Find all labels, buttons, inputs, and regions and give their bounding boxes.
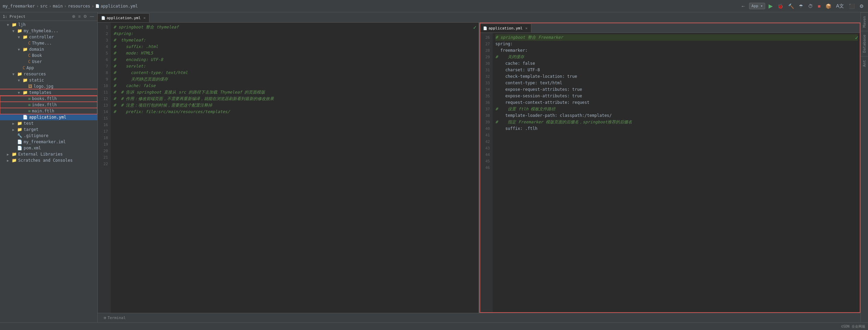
expand-arrow: ▶ [12,122,17,125]
breadcrumb-project[interactable]: my_freemarker [3,4,35,9]
debug-button[interactable]: 🐞 [776,3,785,10]
tree-item-resources[interactable]: ▼ 📁 resources [0,71,97,77]
left-editor-pane: 1 2 3 4 5 6 7 8 9 10 11 12 13 14 [98,23,479,313]
code-line: # 设置 ftlh 模板文件路径 [495,106,858,112]
status-bar: ©SDN 全金网服 [0,322,868,330]
tree-item-static[interactable]: ▼ 📁 static [0,77,97,83]
code-line [113,154,476,161]
profile-button[interactable]: ⏱ [807,3,814,10]
tree-item-thyme[interactable]: C Thyme... [0,40,97,46]
terminal-tab[interactable]: ⊞ Terminal [100,314,129,321]
breadcrumb-resources[interactable]: resources [68,4,90,9]
build-button[interactable]: 🔨 [787,3,795,10]
left-code-content[interactable]: 1 2 3 4 5 6 7 8 9 10 11 12 13 14 [98,23,479,313]
code-line: # servlet: [113,63,476,70]
iml-icon: 📄 [17,139,22,144]
ant-tab[interactable]: Ant [861,56,868,70]
right-tab-application-yml[interactable]: 📄 application.yml × [480,24,531,33]
code-line: # 关闭静态页面的缓存 [113,76,476,83]
tree-label: my_freemarker.iml [24,139,66,144]
code-line: # # 告诉 springboot 直接从 src 的路径下去加载 Thymel… [113,89,476,96]
tree-item-books-ftlh[interactable]: ≡ books.ftlh [0,96,97,102]
folder-icon: 📁 [17,121,22,126]
tree-label: books.ftlh [32,96,57,101]
tree-item-ljh[interactable]: ▼ 📁 ljh [0,22,97,28]
breadcrumb-file[interactable]: 📄 application.yml [95,4,137,9]
tree-item-app[interactable]: C App [0,65,97,71]
panel-hide-btn[interactable]: — [89,14,95,19]
tree-item-iml[interactable]: 📄 my_freemarker.iml [0,139,97,145]
editor-tabs: 📄 application.yml × [98,12,860,23]
right-code-lines[interactable]: # springboot 整合 Freemarker spring: freem… [493,33,860,313]
back-button[interactable]: ← [739,3,747,10]
panel-settings-btn[interactable]: ⚙ [83,14,88,19]
right-tab-close-btn[interactable]: × [525,26,528,30]
code-line: content-type: text/html [495,80,858,86]
run-button[interactable]: ▶ [767,2,774,10]
tree-item-index-ftlh[interactable]: ≡ index.ftlh [0,102,97,108]
tree-item-my-thymelea[interactable]: ▼ 📁 my_thymelea... [0,28,97,34]
folder-icon: 📁 [23,35,28,39]
tree-item-gitignore[interactable]: 🔧 .gitignore [0,133,97,139]
code-line [113,128,476,135]
folder-icon: 📁 [12,158,17,163]
panel-collapse-btn[interactable]: ≡ [77,14,81,19]
app-dropdown[interactable]: App ▾ [749,3,765,9]
right-code-content[interactable]: 26 27 28 29 30 31 32 33 34 35 36 37 38 3… [480,33,860,313]
tab-close-btn[interactable]: × [143,16,146,20]
right-sync-check-icon: ✓ [855,34,858,41]
code-line [113,122,476,128]
tree-item-domain[interactable]: ▼ 📁 domain [0,46,97,52]
tree-item-scratches[interactable]: ▶ 📁 Scratches and Consoles [0,157,97,163]
code-line [495,145,858,151]
yaml-file-icon: 📄 [23,115,28,120]
tree-item-pom[interactable]: 📄 pom.xml [0,145,97,151]
xml-icon: 📄 [17,146,22,150]
tree-label: External Libraries [18,152,63,157]
tab-application-yml[interactable]: 📄 application.yml × [98,13,149,22]
tree-item-test[interactable]: ▶ 📁 test [0,120,97,126]
tree-item-application-yml[interactable]: 📄 application.yml [0,114,97,120]
tree-item-user[interactable]: C User [0,59,97,65]
java-icon: C [28,41,31,46]
tree-label: logo.jpg [34,84,53,89]
code-line: #spring: [113,30,476,37]
stop-button[interactable]: ■ [816,3,822,10]
tree-item-main-ftlh[interactable]: ≡ main.ftlh [0,108,97,114]
bottom-tabs: ⊞ Terminal [98,313,860,322]
yaml-icon: 📄 [95,4,99,8]
java-icon: C [23,65,25,70]
code-line: # # 作用：修改前端页面，不需要再重新编译，就能在浏览器刷新看到最新的修改效果 [113,96,476,102]
code-line: check-template-location: true [495,73,858,80]
tree-item-target[interactable]: ▶ 📁 target [0,126,97,133]
code-line [495,151,858,158]
ftlh-icon: ≡ [28,102,31,107]
code-line [113,115,476,122]
tree-label: Thyme... [32,41,52,46]
expand-arrow: ▼ [12,29,17,33]
folder-icon: 📁 [17,72,22,76]
tree-label: main.ftlh [32,109,54,113]
tree-item-controller[interactable]: ▼ 📁 controller [0,34,97,40]
tree-item-book[interactable]: C Book [0,52,97,59]
build-artifacts-button[interactable]: 📦 [824,3,833,10]
tree-item-external-libraries[interactable]: ▶ 📁 External Libraries [0,151,97,157]
code-line: # cache: false [113,83,476,89]
breadcrumb-main[interactable]: main [53,4,63,9]
expand-arrow: ▶ [7,159,12,162]
database-tab[interactable]: Database [861,31,868,56]
code-line [495,138,858,145]
tree-item-logo[interactable]: 🖼 logo.jpg [0,83,97,89]
folder-icon: 📁 [17,28,22,33]
panel-locate-btn[interactable]: ⊕ [71,14,76,19]
layout-button[interactable]: ⬛ [847,3,856,10]
tab-yaml-icon: 📄 [101,16,105,20]
tree-item-templates[interactable]: ▼ 📁 templates [0,89,97,96]
coverage-button[interactable]: ☂ [797,3,805,10]
breadcrumb-src[interactable]: src [40,4,48,9]
left-code-lines[interactable]: # springboot 整合 thymeleaf #spring: # thy… [111,23,479,313]
settings-button[interactable]: ⚙ [858,3,865,10]
maven-tab[interactable]: Maven [861,12,868,31]
tree-label: index.ftlh [32,102,57,107]
translate-button[interactable]: A文 [835,2,845,10]
